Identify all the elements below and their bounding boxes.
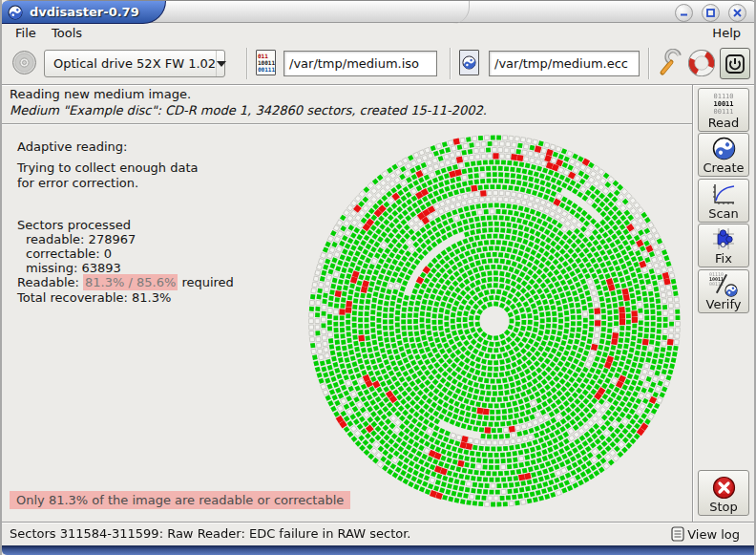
titlebar-caption-tab: dvdisaster-0.79 (2, 1, 166, 24)
window-bottom-frame (2, 545, 756, 555)
adaptive-reading-desc2: for error correction. (17, 176, 138, 190)
app-window: dvdisaster-0.79 File Tools Help (0, 0, 756, 555)
sectors-processed-title: Sectors processed (17, 218, 131, 232)
create-yinyang-icon (712, 137, 736, 160)
sectors-readable-value: readable: 278967 (26, 232, 136, 246)
menu-bar: File Tools Help (2, 24, 756, 42)
readable-suffix: required (178, 275, 234, 289)
total-recoverable-value: Total recoverable: 81.3% (17, 290, 171, 305)
readable-prefix: Readable: (17, 275, 83, 289)
fix-button-label: Fix (715, 251, 732, 266)
toolbar-separator (246, 48, 248, 79)
footer-separator (2, 522, 756, 523)
footer-status-message: Sectors 311584-311599: Raw Reader: EDC f… (10, 526, 410, 541)
minimize-icon (679, 8, 689, 18)
ecc-path-input[interactable]: /var/tmp/medium.ecc (489, 51, 640, 76)
scan-graph-icon (711, 182, 736, 206)
iso-file-icon: 011 10011 00111 (256, 50, 276, 75)
power-icon (724, 53, 746, 75)
read-button-label: Read (708, 116, 740, 130)
binary-row: 01110 (713, 93, 733, 100)
view-log-button[interactable]: View log (668, 525, 743, 543)
verify-icon: 01110 10011 00111 (709, 271, 738, 297)
iso-icon-row: 00111 (258, 66, 274, 73)
sector-spiral-visualization (286, 120, 703, 525)
create-button[interactable]: Create (698, 133, 749, 177)
verify-button-label: Verify (706, 297, 742, 311)
chevron-down-icon (217, 61, 226, 67)
stop-button[interactable]: Stop (698, 470, 749, 516)
readability-warning: Only 81.3% of the image are readable or … (10, 491, 350, 509)
close-button[interactable] (728, 4, 746, 22)
fix-button[interactable]: Fix (698, 224, 749, 267)
toolbar-separator (648, 48, 650, 79)
sidebar-separator (692, 85, 694, 523)
read-binary-icon: 01110 10011 00111 (713, 93, 733, 116)
stop-icon (712, 476, 736, 500)
readable-percentage-line: Readable: 81.3% / 85.6% required (17, 275, 234, 289)
menu-help[interactable]: Help (708, 25, 745, 41)
app-yinyang-icon (8, 5, 23, 20)
readable-percentage-highlight: 81.3% / 85.6% (83, 274, 178, 290)
exit-power-button[interactable] (720, 48, 750, 79)
fix-puzzle-icon (711, 226, 736, 251)
ecc-yinyang-glyph (462, 55, 476, 70)
drive-selector-value: Optical drive 52X FW 1.02 (45, 56, 216, 71)
title-bar[interactable]: dvdisaster-0.79 (2, 0, 756, 23)
adaptive-reading-title: Adaptive reading: (17, 139, 127, 154)
iso-icon-row: 10011 (258, 59, 274, 66)
drive-selector[interactable]: Optical drive 52X FW 1.02 (44, 50, 225, 77)
dvdisaster-help-ring-icon[interactable] (688, 50, 715, 76)
verify-yinyang-glyph (724, 284, 738, 297)
binary-row: 10011 (713, 100, 733, 108)
verify-button[interactable]: 01110 10011 00111 Verify (698, 269, 749, 313)
optical-disc-icon (11, 50, 37, 75)
scan-button-label: Scan (708, 206, 739, 221)
iso-icon-row: 011 (258, 53, 274, 59)
status-line-primary: Reading new medium image. (10, 87, 191, 101)
sectors-missing-value: missing: 63893 (26, 261, 121, 275)
toolbar: Optical drive 52X FW 1.02 011 10011 0011… (2, 42, 756, 85)
sectors-correctable-value: correctable: 0 (26, 246, 112, 261)
window-title: dvdisaster-0.79 (30, 5, 139, 19)
toolbar-separator (450, 48, 452, 79)
maximize-button[interactable] (702, 4, 720, 22)
close-icon (732, 8, 743, 18)
read-button[interactable]: 01110 10011 00111 Read (698, 88, 749, 132)
adaptive-reading-desc1: Trying to collect enough data (17, 160, 199, 175)
minimize-button[interactable] (675, 4, 693, 22)
create-button-label: Create (703, 160, 744, 175)
maximize-icon (705, 8, 716, 18)
menu-file[interactable]: File (11, 25, 40, 41)
stop-button-label: Stop (709, 500, 738, 514)
ecc-file-icon (459, 50, 479, 75)
view-log-label: View log (687, 527, 740, 542)
log-icon (671, 526, 684, 542)
scan-button[interactable]: Scan (698, 179, 749, 223)
iso-path-input[interactable]: /var/tmp/medium.iso (284, 51, 437, 76)
status-line-medium-info: Medium "Example disc": CD-R mode 1, 3428… (10, 103, 487, 117)
menu-tools[interactable]: Tools (48, 25, 86, 41)
combo-arrow-box (216, 51, 226, 76)
preferences-wrench-icon[interactable] (657, 49, 683, 77)
binary-row: 00111 (713, 108, 733, 116)
